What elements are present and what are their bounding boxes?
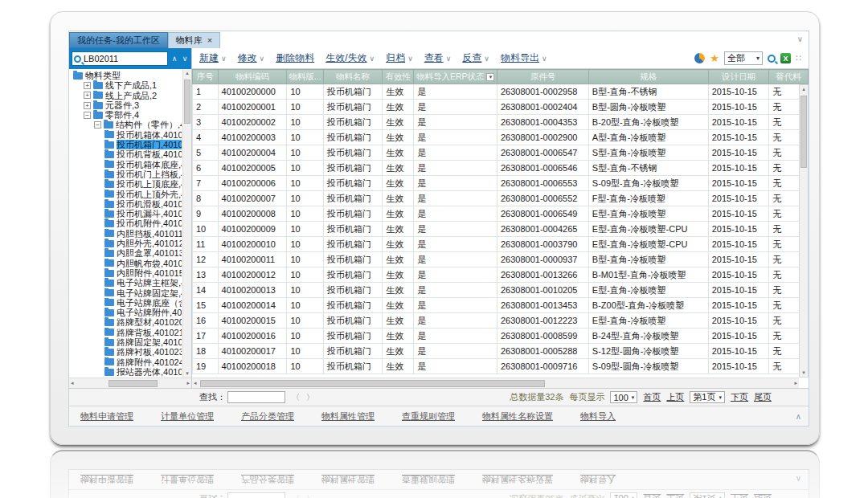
table-row[interactable]: 124010020001110投币机箱门生效是26308001-0000937B… (193, 252, 809, 267)
scroll-right-icon[interactable]: ▸ (186, 380, 190, 386)
expand-icon[interactable]: + (84, 82, 91, 89)
toolbar-item[interactable]: 新建∨ (199, 51, 227, 65)
pie-chart-icon[interactable] (694, 53, 705, 63)
tree-search-input[interactable] (84, 54, 166, 63)
collapse-icon[interactable]: − (94, 121, 101, 129)
expand-icon[interactable]: + (84, 102, 91, 109)
table-vertical-scrollbar[interactable]: ▴ ▾ (799, 84, 809, 378)
tree-item[interactable]: 内胆附件,401015 (72, 268, 182, 278)
table-row[interactable]: 74010020000610投币机箱门生效是26308001-0006553S-… (193, 176, 809, 191)
toolbar-item[interactable]: 修改∨ (238, 51, 265, 65)
tree-item[interactable]: 投币机背板,401003 (72, 149, 182, 159)
table-row[interactable]: 24010020000110投币机箱门生效是26308001-0002404B型… (193, 100, 809, 115)
table-row[interactable]: 144010020001310投币机箱门生效是26308001-0010205E… (193, 283, 809, 298)
tree-item[interactable]: −结构件（零件）,401 (72, 120, 182, 129)
tree-item[interactable]: 投币机滑板,401008 (72, 199, 182, 209)
table-row[interactable]: 14010020000010投币机箱门生效是26308001-0002958B型… (193, 84, 809, 100)
tree-item[interactable]: 投币机附件,401010 (72, 218, 182, 228)
tree-item[interactable]: 路牌固定架,401022 (72, 337, 182, 347)
footer-link[interactable]: 物料属性名称设置 (482, 410, 553, 422)
tree-item[interactable]: 内胆盒罩,401013 (72, 248, 182, 258)
tree-item[interactable]: 路牌衬板,401023 (72, 347, 182, 357)
excel-export-icon[interactable]: X (780, 53, 791, 63)
tab-my-workspace[interactable]: 我的任务-我的工作区 (69, 32, 168, 48)
tree-item[interactable]: 投币机箱体,401001 (72, 130, 182, 140)
footer-link[interactable]: 物料导入 (580, 410, 616, 422)
next-page-link[interactable]: 下页 (731, 391, 748, 403)
chevron-up-icon[interactable]: ∧ (796, 412, 801, 421)
column-header[interactable]: 序号 (193, 70, 219, 84)
table-row[interactable]: 94010020000810投币机箱门生效是26308001-0006549E型… (193, 206, 809, 222)
table-row[interactable]: 184010020001710投币机箱门生效是26308001-0005288S… (193, 344, 809, 359)
table-row[interactable]: 134010020001210投币机箱门生效是26308001-0013266B… (193, 267, 809, 283)
tree-item[interactable]: 内胆挡板,401011 (72, 229, 182, 239)
find-prev-icon[interactable]: 〈 (292, 392, 306, 403)
table-row[interactable]: 54010020000410投币机箱门生效是26308001-0006547S型… (193, 145, 809, 161)
tree-item[interactable]: 投币机箱体底座,4010 (72, 160, 182, 169)
tree-item[interactable]: 电子站牌附件,401019 (72, 308, 182, 317)
scope-select[interactable]: 全部 ▾ (724, 51, 763, 65)
column-header[interactable]: 有效性 (383, 70, 414, 84)
table-row[interactable]: 34010020000210投币机箱门生效是26308001-0004353B-… (193, 115, 809, 130)
find-input[interactable] (227, 391, 285, 403)
table-row[interactable]: 104010020000910投币机箱门生效是26308001-0004265E… (193, 222, 809, 237)
column-header[interactable]: 替代料 (769, 70, 809, 84)
tree-item[interactable]: 投币机门上挡板,4010 (72, 169, 182, 179)
table-row[interactable]: 84010020000710投币机箱门生效是26308001-0006552F型… (193, 191, 809, 206)
scroll-left-icon[interactable]: ◂ (71, 380, 74, 386)
tree-item[interactable]: +元器件,3 (72, 100, 182, 110)
table-row[interactable]: 164010020001510投币机箱门生效是26308001-0012223E… (193, 313, 809, 329)
toolbar-item[interactable]: 删除物料 (276, 51, 314, 65)
tree-item[interactable]: −零部件,4 (72, 110, 182, 120)
toolbar-item[interactable]: 物料导出∨ (501, 51, 547, 65)
last-page-link[interactable]: 尾页 (754, 391, 772, 403)
favorite-star-icon[interactable]: ★ (710, 53, 719, 63)
tree-item[interactable]: 电子站牌固定架,4010 (72, 288, 182, 298)
column-header[interactable]: 物料导入ERP状态▼ (414, 70, 497, 84)
expand-icon[interactable]: ∷ (796, 53, 801, 63)
tree-item[interactable]: 路牌附件,401024 (72, 357, 182, 367)
tree-item[interactable]: 内胆外壳,401012 (72, 239, 182, 248)
tree-item[interactable]: 投币机箱门,401002 (72, 140, 182, 149)
column-header[interactable]: 物料编码 (218, 70, 287, 84)
tree-item[interactable]: 投币机上顶外壳,4010 (72, 190, 182, 199)
scroll-right-icon[interactable]: ▸ (794, 380, 797, 386)
footer-link[interactable]: 物料申请管理 (80, 410, 133, 422)
tree-item[interactable]: 电子站牌底座（含地笼 (72, 298, 182, 308)
tree-item[interactable]: 物料类型 (72, 71, 182, 80)
toolbar-item[interactable]: 归档∨ (386, 51, 413, 65)
table-row[interactable]: 154010020001410投币机箱门生效是26308001-0013453B… (193, 298, 809, 313)
per-page-select[interactable]: 100 ▾ (610, 391, 637, 403)
column-header[interactable]: 规格 (588, 70, 708, 84)
expand-icon[interactable]: + (84, 92, 91, 99)
prev-page-link[interactable]: 上页 (666, 391, 684, 403)
tab-material-library[interactable]: 物料库× (168, 32, 220, 48)
tree-vertical-scrollbar[interactable]: ▴ ▾ (182, 69, 191, 378)
scroll-up-icon[interactable]: ▴ (183, 70, 191, 76)
table-row[interactable]: 194010020001810投币机箱门生效是26308001-0009716S… (193, 359, 809, 374)
search-prev-button[interactable]: ∧ (170, 55, 178, 63)
table-row[interactable]: 64010020000510投币机箱门生效是26308001-0006546S型… (193, 161, 809, 176)
find-next-icon[interactable]: 〉 (306, 392, 321, 403)
table-horizontal-scrollbar[interactable]: ◂ ▸ (192, 378, 799, 388)
chevron-down-icon[interactable]: ∨ (797, 35, 803, 43)
tree-item[interactable]: 投币机上顶底座,4010 (72, 179, 182, 189)
search-icon[interactable] (768, 55, 776, 63)
footer-link[interactable]: 物料属性管理 (321, 410, 375, 422)
scroll-left-icon[interactable]: ◂ (194, 380, 197, 386)
tree-item[interactable]: 电子站牌主框架,4010 (72, 278, 182, 288)
filter-icon[interactable]: ▼ (486, 73, 494, 81)
column-header[interactable]: 原件号 (497, 70, 588, 84)
tree-item[interactable]: 投币机漏斗,401009 (72, 209, 182, 218)
collapse-icon[interactable]: − (84, 112, 91, 119)
first-page-link[interactable]: 首页 (643, 391, 661, 403)
tree-item[interactable]: +线下产成品,1 (72, 80, 182, 90)
scroll-down-icon[interactable]: ▾ (183, 370, 191, 377)
search-next-button[interactable]: ∨ (181, 55, 189, 63)
page-select[interactable]: 第1页 ▾ (690, 391, 725, 403)
tree-horizontal-scrollbar[interactable]: ◂ ▸ (69, 378, 191, 388)
table-row[interactable]: 174010020001610投币机箱门生效是26308001-0008599B… (193, 329, 809, 344)
scrollbar-thumb[interactable] (184, 80, 190, 124)
footer-link[interactable]: 产品分类管理 (241, 410, 294, 422)
close-icon[interactable]: × (207, 35, 212, 45)
